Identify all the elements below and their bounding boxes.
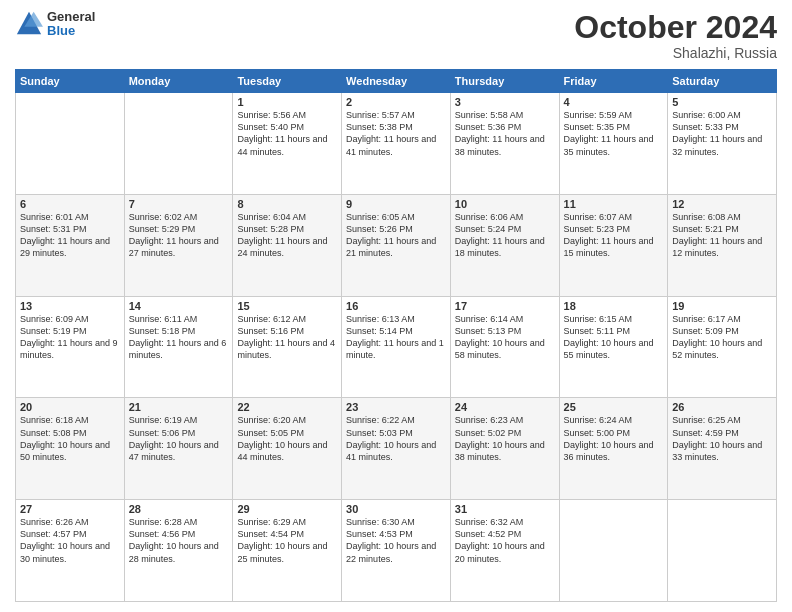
day-info: Sunrise: 6:18 AM Sunset: 5:08 PM Dayligh… [20,414,120,463]
calendar-table: Sunday Monday Tuesday Wednesday Thursday… [15,69,777,602]
week-row-1: 1Sunrise: 5:56 AM Sunset: 5:40 PM Daylig… [16,93,777,195]
day-number: 11 [564,198,664,210]
calendar-cell-w3-d1: 13Sunrise: 6:09 AM Sunset: 5:19 PM Dayli… [16,296,125,398]
calendar-cell-w4-d7: 26Sunrise: 6:25 AM Sunset: 4:59 PM Dayli… [668,398,777,500]
col-friday: Friday [559,70,668,93]
day-info: Sunrise: 6:11 AM Sunset: 5:18 PM Dayligh… [129,313,229,362]
col-monday: Monday [124,70,233,93]
calendar-cell-w4-d6: 25Sunrise: 6:24 AM Sunset: 5:00 PM Dayli… [559,398,668,500]
week-row-2: 6Sunrise: 6:01 AM Sunset: 5:31 PM Daylig… [16,194,777,296]
calendar-cell-w5-d7 [668,500,777,602]
calendar-cell-w3-d5: 17Sunrise: 6:14 AM Sunset: 5:13 PM Dayli… [450,296,559,398]
day-number: 3 [455,96,555,108]
calendar-cell-w1-d4: 2Sunrise: 5:57 AM Sunset: 5:38 PM Daylig… [342,93,451,195]
day-info: Sunrise: 6:26 AM Sunset: 4:57 PM Dayligh… [20,516,120,565]
calendar-cell-w2-d1: 6Sunrise: 6:01 AM Sunset: 5:31 PM Daylig… [16,194,125,296]
day-number: 26 [672,401,772,413]
day-number: 19 [672,300,772,312]
calendar-cell-w2-d2: 7Sunrise: 6:02 AM Sunset: 5:29 PM Daylig… [124,194,233,296]
day-info: Sunrise: 6:13 AM Sunset: 5:14 PM Dayligh… [346,313,446,362]
day-number: 8 [237,198,337,210]
day-number: 15 [237,300,337,312]
day-number: 13 [20,300,120,312]
logo-icon [15,10,43,38]
col-sunday: Sunday [16,70,125,93]
day-info: Sunrise: 6:14 AM Sunset: 5:13 PM Dayligh… [455,313,555,362]
day-number: 30 [346,503,446,515]
day-info: Sunrise: 6:06 AM Sunset: 5:24 PM Dayligh… [455,211,555,260]
week-row-3: 13Sunrise: 6:09 AM Sunset: 5:19 PM Dayli… [16,296,777,398]
calendar-cell-w3-d3: 15Sunrise: 6:12 AM Sunset: 5:16 PM Dayli… [233,296,342,398]
day-number: 27 [20,503,120,515]
day-number: 10 [455,198,555,210]
calendar-cell-w1-d3: 1Sunrise: 5:56 AM Sunset: 5:40 PM Daylig… [233,93,342,195]
day-info: Sunrise: 5:58 AM Sunset: 5:36 PM Dayligh… [455,109,555,158]
logo-text: General Blue [47,10,95,39]
day-number: 18 [564,300,664,312]
day-number: 12 [672,198,772,210]
calendar-cell-w1-d1 [16,93,125,195]
day-info: Sunrise: 6:00 AM Sunset: 5:33 PM Dayligh… [672,109,772,158]
day-info: Sunrise: 6:12 AM Sunset: 5:16 PM Dayligh… [237,313,337,362]
day-number: 29 [237,503,337,515]
calendar-cell-w2-d4: 9Sunrise: 6:05 AM Sunset: 5:26 PM Daylig… [342,194,451,296]
calendar-header-row: Sunday Monday Tuesday Wednesday Thursday… [16,70,777,93]
day-number: 24 [455,401,555,413]
calendar-cell-w3-d2: 14Sunrise: 6:11 AM Sunset: 5:18 PM Dayli… [124,296,233,398]
calendar-cell-w1-d5: 3Sunrise: 5:58 AM Sunset: 5:36 PM Daylig… [450,93,559,195]
day-info: Sunrise: 6:20 AM Sunset: 5:05 PM Dayligh… [237,414,337,463]
calendar-cell-w5-d6 [559,500,668,602]
day-info: Sunrise: 6:23 AM Sunset: 5:02 PM Dayligh… [455,414,555,463]
day-number: 2 [346,96,446,108]
day-number: 5 [672,96,772,108]
day-info: Sunrise: 6:25 AM Sunset: 4:59 PM Dayligh… [672,414,772,463]
day-info: Sunrise: 6:04 AM Sunset: 5:28 PM Dayligh… [237,211,337,260]
calendar-cell-w5-d3: 29Sunrise: 6:29 AM Sunset: 4:54 PM Dayli… [233,500,342,602]
day-info: Sunrise: 6:07 AM Sunset: 5:23 PM Dayligh… [564,211,664,260]
col-wednesday: Wednesday [342,70,451,93]
day-number: 16 [346,300,446,312]
day-info: Sunrise: 6:05 AM Sunset: 5:26 PM Dayligh… [346,211,446,260]
col-saturday: Saturday [668,70,777,93]
day-info: Sunrise: 6:19 AM Sunset: 5:06 PM Dayligh… [129,414,229,463]
calendar-cell-w5-d1: 27Sunrise: 6:26 AM Sunset: 4:57 PM Dayli… [16,500,125,602]
day-info: Sunrise: 6:32 AM Sunset: 4:52 PM Dayligh… [455,516,555,565]
calendar-cell-w2-d3: 8Sunrise: 6:04 AM Sunset: 5:28 PM Daylig… [233,194,342,296]
day-info: Sunrise: 6:22 AM Sunset: 5:03 PM Dayligh… [346,414,446,463]
day-number: 6 [20,198,120,210]
day-number: 7 [129,198,229,210]
calendar-cell-w3-d4: 16Sunrise: 6:13 AM Sunset: 5:14 PM Dayli… [342,296,451,398]
day-number: 23 [346,401,446,413]
calendar-cell-w4-d2: 21Sunrise: 6:19 AM Sunset: 5:06 PM Dayli… [124,398,233,500]
day-info: Sunrise: 6:28 AM Sunset: 4:56 PM Dayligh… [129,516,229,565]
calendar-cell-w4-d3: 22Sunrise: 6:20 AM Sunset: 5:05 PM Dayli… [233,398,342,500]
calendar-cell-w5-d4: 30Sunrise: 6:30 AM Sunset: 4:53 PM Dayli… [342,500,451,602]
day-info: Sunrise: 6:02 AM Sunset: 5:29 PM Dayligh… [129,211,229,260]
day-number: 14 [129,300,229,312]
day-info: Sunrise: 6:30 AM Sunset: 4:53 PM Dayligh… [346,516,446,565]
header: General Blue October 2024 Shalazhi, Russ… [15,10,777,61]
calendar-cell-w3-d6: 18Sunrise: 6:15 AM Sunset: 5:11 PM Dayli… [559,296,668,398]
col-tuesday: Tuesday [233,70,342,93]
col-thursday: Thursday [450,70,559,93]
day-info: Sunrise: 6:24 AM Sunset: 5:00 PM Dayligh… [564,414,664,463]
calendar-cell-w3-d7: 19Sunrise: 6:17 AM Sunset: 5:09 PM Dayli… [668,296,777,398]
day-info: Sunrise: 6:08 AM Sunset: 5:21 PM Dayligh… [672,211,772,260]
week-row-4: 20Sunrise: 6:18 AM Sunset: 5:08 PM Dayli… [16,398,777,500]
day-number: 1 [237,96,337,108]
calendar-cell-w5-d5: 31Sunrise: 6:32 AM Sunset: 4:52 PM Dayli… [450,500,559,602]
day-number: 21 [129,401,229,413]
day-number: 20 [20,401,120,413]
day-info: Sunrise: 5:57 AM Sunset: 5:38 PM Dayligh… [346,109,446,158]
calendar-cell-w4-d5: 24Sunrise: 6:23 AM Sunset: 5:02 PM Dayli… [450,398,559,500]
day-number: 17 [455,300,555,312]
day-info: Sunrise: 6:01 AM Sunset: 5:31 PM Dayligh… [20,211,120,260]
calendar-cell-w2-d6: 11Sunrise: 6:07 AM Sunset: 5:23 PM Dayli… [559,194,668,296]
calendar-cell-w1-d2 [124,93,233,195]
location-subtitle: Shalazhi, Russia [574,45,777,61]
calendar-cell-w1-d6: 4Sunrise: 5:59 AM Sunset: 5:35 PM Daylig… [559,93,668,195]
day-number: 9 [346,198,446,210]
calendar-cell-w5-d2: 28Sunrise: 6:28 AM Sunset: 4:56 PM Dayli… [124,500,233,602]
week-row-5: 27Sunrise: 6:26 AM Sunset: 4:57 PM Dayli… [16,500,777,602]
calendar-cell-w1-d7: 5Sunrise: 6:00 AM Sunset: 5:33 PM Daylig… [668,93,777,195]
